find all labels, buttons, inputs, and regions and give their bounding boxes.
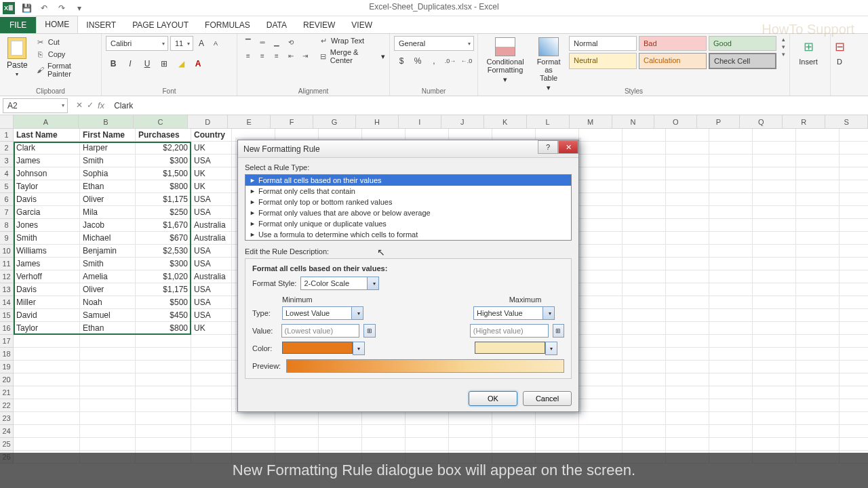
cell[interactable]: Smith (80, 155, 136, 167)
cell[interactable] (666, 245, 709, 258)
cell[interactable] (579, 206, 623, 219)
cell[interactable] (623, 399, 666, 412)
paste-button[interactable]: Paste ▾ (4, 36, 31, 79)
cell[interactable] (753, 386, 796, 399)
cell[interactable] (753, 180, 796, 193)
cell[interactable] (623, 155, 666, 167)
tab-formulas[interactable]: FORMULAS (197, 17, 258, 33)
row-header[interactable]: 8 (0, 219, 14, 232)
cell[interactable] (753, 206, 796, 219)
cell[interactable] (14, 361, 80, 373)
rule-type-item[interactable]: ►Use a formula to determine which cells … (245, 229, 571, 240)
cell[interactable] (709, 129, 753, 142)
row-header[interactable]: 15 (0, 309, 14, 322)
cell[interactable] (80, 425, 136, 438)
row-header[interactable]: 9 (0, 232, 14, 245)
cell[interactable] (275, 425, 319, 438)
column-header[interactable]: K (484, 115, 527, 129)
cell[interactable] (579, 232, 623, 245)
min-color-dropdown-icon[interactable]: ▾ (353, 342, 365, 355)
cell[interactable] (666, 361, 709, 373)
cell[interactable] (191, 373, 232, 386)
cell[interactable]: Verhoff (14, 270, 80, 283)
cell[interactable] (840, 348, 868, 361)
row-header[interactable]: 2 (0, 142, 14, 155)
style-neutral[interactable]: Neutral (569, 53, 637, 69)
cell[interactable]: Clark (14, 142, 80, 155)
cell[interactable] (623, 258, 666, 270)
cell[interactable] (14, 412, 80, 425)
cell[interactable] (666, 399, 709, 412)
cell[interactable] (14, 438, 80, 451)
cell[interactable] (840, 258, 868, 270)
tab-insert[interactable]: INSERT (78, 17, 124, 33)
cell[interactable] (80, 412, 136, 425)
cell[interactable] (666, 412, 709, 425)
row-header[interactable]: 10 (0, 245, 14, 258)
max-color-swatch[interactable] (475, 342, 545, 354)
tab-view[interactable]: VIEW (343, 17, 380, 33)
cell[interactable] (709, 155, 753, 167)
cell[interactable] (840, 270, 868, 283)
cell[interactable] (579, 245, 623, 258)
rule-type-item[interactable]: ►Format all cells based on their values (245, 175, 571, 186)
column-header[interactable]: Q (740, 115, 783, 129)
cell[interactable]: $500 (136, 296, 191, 309)
column-header[interactable]: O (654, 115, 697, 129)
indent-inc-icon[interactable]: ⇥ (298, 49, 312, 62)
cell[interactable] (579, 335, 623, 348)
cell[interactable] (840, 438, 868, 451)
cell[interactable] (709, 296, 753, 309)
decrease-font-icon[interactable]: A (210, 36, 222, 51)
cell[interactable] (753, 425, 796, 438)
ok-button[interactable]: OK (469, 391, 517, 406)
cell[interactable] (579, 309, 623, 322)
cell[interactable] (14, 348, 80, 361)
cell[interactable] (579, 193, 623, 206)
cell[interactable] (796, 219, 840, 232)
cell[interactable] (666, 386, 709, 399)
cell[interactable] (840, 386, 868, 399)
cell[interactable] (840, 283, 868, 296)
cell[interactable]: $300 (136, 258, 191, 270)
row-header[interactable]: 22 (0, 399, 14, 412)
cell[interactable] (579, 361, 623, 373)
cell[interactable] (579, 283, 623, 296)
cell[interactable] (136, 438, 191, 451)
cell[interactable] (579, 412, 623, 425)
column-header[interactable]: J (441, 115, 484, 129)
align-top-icon[interactable]: ▔ (241, 36, 255, 48)
cell[interactable]: USA (191, 245, 232, 258)
cell[interactable]: Miller (14, 296, 80, 309)
cell[interactable]: $300 (136, 155, 191, 167)
cell[interactable] (840, 412, 868, 425)
cell[interactable] (623, 335, 666, 348)
cell[interactable] (840, 296, 868, 309)
cell[interactable]: USA (191, 193, 232, 206)
name-box[interactable]: A2 (3, 98, 68, 113)
formula-input[interactable]: Clark (110, 98, 868, 113)
row-header[interactable]: 1 (0, 129, 14, 142)
cell[interactable]: UK (191, 167, 232, 180)
cell[interactable]: Benjamin (80, 245, 136, 258)
cell[interactable] (709, 180, 753, 193)
italic-button[interactable]: I (123, 56, 138, 71)
increase-decimal-icon[interactable]: .0→ (443, 54, 458, 68)
cell[interactable]: USA (191, 206, 232, 219)
conditional-formatting-button[interactable]: Conditional Formatting ▾ (482, 36, 528, 85)
cell[interactable] (796, 167, 840, 180)
cell[interactable]: James (14, 258, 80, 270)
cell[interactable] (709, 219, 753, 232)
font-color-button[interactable]: A (191, 56, 205, 71)
cell[interactable]: UK (191, 322, 232, 335)
cell[interactable] (840, 219, 868, 232)
bold-button[interactable]: B (106, 56, 121, 71)
cell[interactable] (709, 322, 753, 335)
cell[interactable] (579, 142, 623, 155)
max-type-combo[interactable]: Highest Value▾ (473, 306, 555, 320)
cell[interactable] (840, 399, 868, 412)
cell[interactable] (623, 219, 666, 232)
cell[interactable] (191, 386, 232, 399)
cell[interactable] (753, 270, 796, 283)
cell[interactable] (796, 206, 840, 219)
